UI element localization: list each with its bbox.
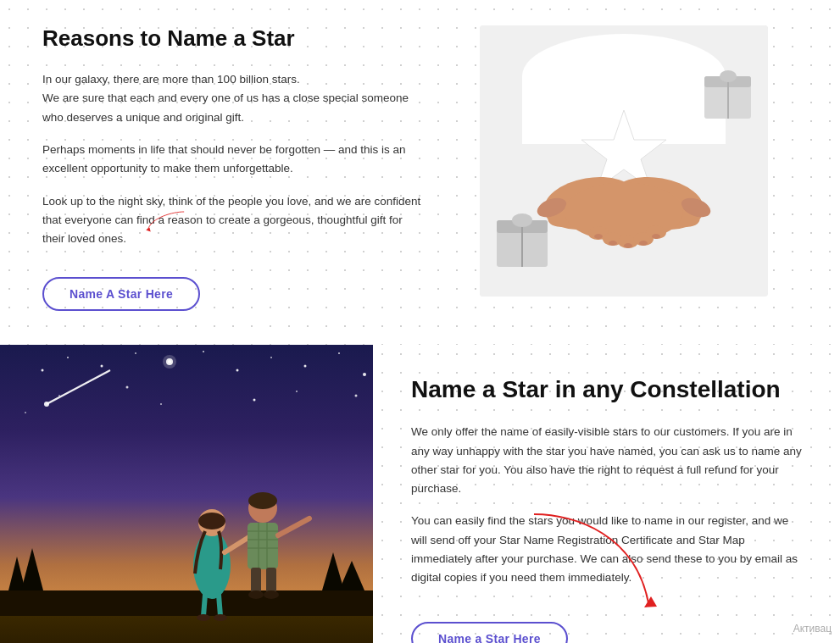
svg-point-37 [203,351,204,352]
svg-point-65 [214,614,227,621]
svg-point-29 [720,70,737,82]
svg-rect-31 [0,616,373,643]
top-section-title: Reasons to Name a Star [42,25,424,52]
top-paragraph-3: Look up to the night sky, think of the p… [42,192,424,249]
bottom-name-star-button[interactable]: Name a Star Here [411,622,568,643]
svg-point-73 [248,492,277,509]
top-name-star-button[interactable]: Name A Star Here [42,277,200,311]
bottom-right-content: Name a Star in any Constellation We only… [373,345,840,643]
svg-point-18 [609,241,617,246]
bottom-section-title: Name a Star in any Constellation [411,374,806,404]
top-paragraph-2: Perhaps moments in life that should neve… [42,141,424,179]
svg-rect-75 [251,568,261,593]
svg-point-47 [25,412,26,413]
svg-point-58 [193,531,231,599]
top-left-content: Reasons to Name a Star In our galaxy, th… [42,25,449,311]
svg-point-46 [355,395,358,397]
svg-point-77 [248,590,264,599]
svg-marker-81 [644,596,657,607]
svg-point-20 [639,241,648,246]
night-sky-svg [0,345,373,643]
svg-point-80 [163,355,176,369]
svg-point-19 [624,243,632,248]
svg-point-64 [197,614,210,621]
svg-line-62 [203,595,205,616]
bottom-paragraph-2: You can easily find the stars you would … [411,512,806,587]
svg-point-35 [135,352,136,354]
svg-rect-53 [0,590,373,616]
bottom-paragraph-1: We only offer the name of easily-visible… [411,423,806,498]
svg-point-42 [363,373,366,376]
svg-point-49 [253,399,256,402]
top-right-image [449,25,798,311]
svg-point-39 [270,357,272,358]
star-hands-image [480,25,768,297]
svg-point-33 [67,357,69,358]
svg-point-60 [198,513,225,529]
top-section: Reasons to Name a Star In our galaxy, th… [0,0,840,345]
svg-point-17 [594,234,603,239]
svg-rect-66 [248,523,278,569]
bottom-left-image [0,345,373,643]
svg-point-38 [236,369,239,372]
svg-point-34 [101,365,103,368]
svg-point-45 [296,391,298,392]
svg-point-25 [512,213,532,227]
svg-point-40 [304,365,307,368]
page-wrapper: Reasons to Name a Star In our galaxy, th… [0,0,840,643]
svg-rect-76 [266,568,276,593]
star-hands-svg [480,25,768,297]
top-paragraph-1: In our galaxy, there are more than 100 b… [42,70,424,127]
watermark-text: Активац [793,623,832,635]
svg-line-63 [219,595,220,616]
svg-point-21 [652,234,660,239]
svg-point-44 [126,386,129,389]
svg-point-41 [338,352,340,354]
svg-point-32 [42,369,44,372]
svg-point-78 [264,590,279,599]
bottom-section: Name a Star in any Constellation We only… [0,345,840,643]
svg-point-48 [160,403,162,405]
